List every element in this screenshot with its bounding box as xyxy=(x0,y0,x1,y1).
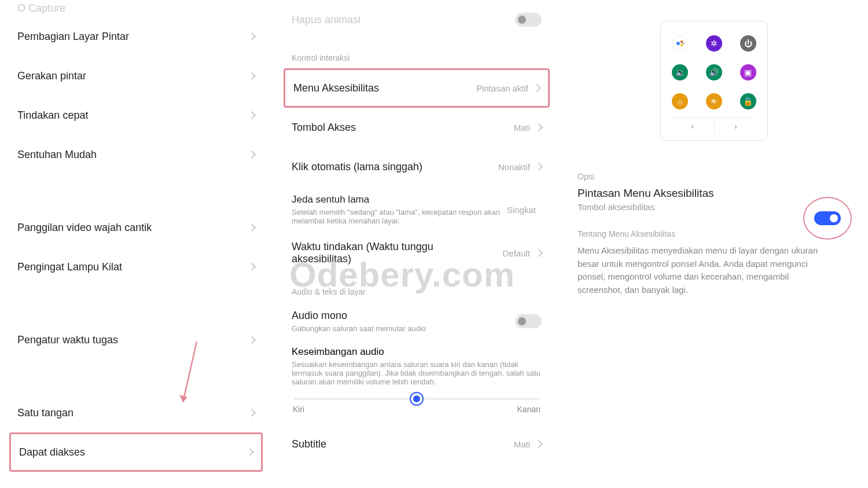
list-item-quick-action[interactable]: Tindakan cepat xyxy=(9,96,263,135)
list-label: Jeda sentuh lama xyxy=(292,194,501,206)
chevron-right-icon xyxy=(248,72,256,80)
list-item-easy-touch[interactable]: Sentuhan Mudah xyxy=(9,135,263,174)
list-label: Tombol Akses xyxy=(292,122,356,134)
slider-thumb[interactable] xyxy=(411,393,422,405)
section-interaction: Kontrol interaksi xyxy=(284,39,550,68)
row-auto-click[interactable]: Klik otomatis (lama singgah) Nonaktif xyxy=(284,147,550,186)
svg-point-3 xyxy=(683,43,685,45)
slider-right-label: Kanan xyxy=(517,405,540,414)
value-text: Pintasan aktif xyxy=(476,83,528,93)
list-item-task-timer[interactable]: Pengatur waktu tugas xyxy=(9,320,263,359)
chevron-right-icon xyxy=(535,163,543,171)
row-mono-audio[interactable]: Audio mono Gabungkan saluran saat memuta… xyxy=(284,302,550,340)
svg-point-0 xyxy=(676,42,680,45)
svg-point-1 xyxy=(681,41,683,43)
list-label: Pengatur waktu tugas xyxy=(17,334,118,346)
list-label: Sentuhan Mudah xyxy=(17,149,97,161)
list-label: Hapus animasi xyxy=(292,14,361,26)
list-label: Menu Aksesibilitas xyxy=(293,82,379,94)
audio-balance-group: Keseimbangan audio Sesuaikan keseimbanga… xyxy=(284,340,550,414)
list-item-smart-gesture[interactable]: Gerakan pintar xyxy=(9,56,263,96)
svg-point-2 xyxy=(681,44,683,46)
value-text: Default xyxy=(502,248,530,258)
volume-down-icon: 🔉 xyxy=(672,64,688,80)
toggle-switch[interactable] xyxy=(515,13,542,27)
list-label: Audio mono xyxy=(292,310,426,322)
list-label: Pembagian Layar Pintar xyxy=(17,31,129,43)
chevron-right-icon xyxy=(246,448,254,456)
section-audio: Audio & teks di layar xyxy=(284,273,550,302)
shortcut-toggle[interactable] xyxy=(814,211,841,225)
chevron-right-icon xyxy=(248,111,256,119)
list-label: Pengingat Lampu Kilat xyxy=(17,261,122,273)
list-item-flash-reminder[interactable]: Pengingat Lampu Kilat xyxy=(9,247,263,287)
list-item-accessibility[interactable]: Dapat diakses xyxy=(9,432,263,472)
nav-next-icon: › xyxy=(715,118,757,134)
chevron-right-icon xyxy=(248,336,256,344)
list-label: Satu tangan xyxy=(17,407,73,419)
power-icon: ⏻ xyxy=(740,35,756,52)
row-action-timeout[interactable]: Waktu tindakan (Waktu tunggu aksesibilit… xyxy=(284,233,550,273)
list-label: Waktu tindakan (Waktu tunggu aksesibilit… xyxy=(292,241,465,265)
row-remove-animation-cut[interactable]: Hapus animasi xyxy=(284,0,550,39)
recent-apps-icon: ▣ xyxy=(740,64,756,80)
shortcut-title: Pintasan Menu Aksesibilitas xyxy=(578,187,799,200)
list-item-beauty-call[interactable]: Panggilan video wajah cantik xyxy=(9,208,263,247)
about-description: Menu Aksesibilitas menyediakan menu di l… xyxy=(578,244,826,296)
row-subtitle[interactable]: Subtitle Mati xyxy=(284,424,550,464)
chevron-right-icon xyxy=(248,263,256,271)
chevron-right-icon xyxy=(533,84,541,92)
phone-preview: ✲ ⏻ 🔉 🔊 ▣ ☼ ☀ 🔒 ‹› xyxy=(660,21,768,141)
list-item-one-hand[interactable]: Satu tangan xyxy=(9,393,263,432)
chevron-right-icon xyxy=(535,440,543,448)
list-item-smart-split[interactable]: Pembagian Layar Pintar xyxy=(9,17,263,56)
value-text: Singkat xyxy=(507,205,536,215)
toggle-switch[interactable] xyxy=(515,314,542,328)
list-label: Dapat diakses xyxy=(19,446,85,458)
chevron-right-icon xyxy=(248,151,256,159)
shortcut-sub: Tombol aksesibilitas xyxy=(578,202,799,212)
list-label: Gerakan pintar xyxy=(17,70,86,82)
list-label: Panggilan video wajah cantik xyxy=(17,222,152,234)
chevron-right-icon xyxy=(535,249,543,257)
volume-up-icon: 🔊 xyxy=(706,64,722,80)
nav-prev-icon: ‹ xyxy=(671,118,715,134)
value-text: Mati xyxy=(514,123,530,133)
list-label: Subtitle xyxy=(292,438,326,450)
list-sub: Sesuaikan keseimbangan antara saluran su… xyxy=(292,360,542,386)
row-touch-delay[interactable]: Jeda sentuh lama Setelah memilih "sedang… xyxy=(284,186,550,233)
balance-slider[interactable] xyxy=(294,398,539,400)
accessibility-icon: ✲ xyxy=(706,35,722,52)
row-accessibility-menu[interactable]: Menu Aksesibilitas Pintasan aktif xyxy=(284,68,550,108)
list-sub: Gabungkan saluran saat memutar audio xyxy=(292,324,426,333)
value-text: Nonaktif xyxy=(498,162,530,172)
chevron-right-icon xyxy=(535,123,543,131)
toggle-highlight xyxy=(803,197,852,240)
list-item-cut: O Capture xyxy=(9,0,263,17)
list-label: Tindakan cepat xyxy=(17,109,88,122)
section-options: Opsi xyxy=(578,158,851,187)
value-text: Mati xyxy=(514,439,530,449)
row-access-button[interactable]: Tombol Akses Mati xyxy=(284,108,550,147)
chevron-right-icon xyxy=(248,223,256,232)
chevron-right-icon xyxy=(248,409,256,417)
list-label: Keseimbangan audio xyxy=(292,346,542,358)
list-sub: Setelah memilih "sedang" atau "lama", ke… xyxy=(292,208,501,225)
assistant-icon xyxy=(672,35,688,52)
slider-left-label: Kiri xyxy=(293,405,304,414)
chevron-right-icon xyxy=(248,32,256,41)
list-label: Klik otomatis (lama singgah) xyxy=(292,161,422,173)
brightness-down-icon: ☼ xyxy=(672,93,688,109)
brightness-up-icon: ☀ xyxy=(706,93,722,109)
lock-icon: 🔒 xyxy=(740,93,756,109)
